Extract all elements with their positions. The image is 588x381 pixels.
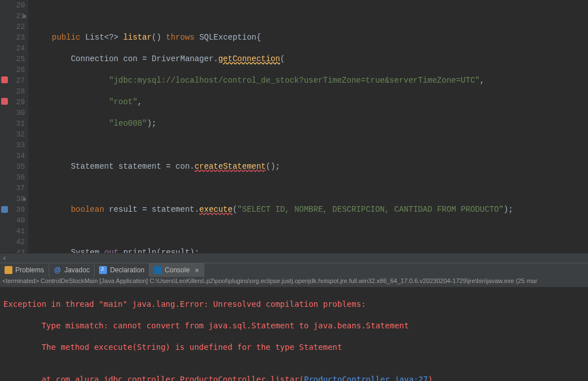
line-gutter: 20 21 22 23 24 25 26 27 28 29 30 31 32 3…	[0, 0, 28, 253]
line-number: 34	[0, 151, 25, 161]
line-number[interactable]: 27	[0, 75, 25, 86]
stacktrace-link[interactable]: ProductoController.java:27	[304, 375, 428, 381]
console-line: Exception in thread "main" java.lang.Err…	[3, 299, 585, 310]
tab-console[interactable]: Console ×	[149, 263, 204, 277]
run-status-text: <terminated> ControlDeStockMain [Java Ap…	[2, 277, 537, 284]
tab-label: Console	[165, 266, 190, 274]
line-number: 21	[0, 11, 25, 22]
tab-javadoc[interactable]: @ Javadoc	[49, 263, 95, 277]
at-icon: @	[54, 266, 62, 274]
scroll-left-icon[interactable]: ‹	[0, 254, 9, 263]
console-icon	[154, 266, 162, 274]
console-line: Type mismatch: cannot convert from java.…	[3, 320, 585, 331]
line-number: 40	[0, 215, 25, 226]
console-output[interactable]: Exception in thread "main" java.lang.Err…	[0, 287, 588, 381]
bottom-tabbar: Problems @ Javadoc Declaration Console ×	[0, 263, 588, 277]
tab-label: Problems	[15, 266, 44, 274]
tab-declaration[interactable]: Declaration	[95, 263, 149, 277]
tab-problems[interactable]: Problems	[0, 263, 49, 277]
error-icon[interactable]	[1, 98, 8, 105]
line-number[interactable]: 39	[0, 204, 25, 215]
line-number: 36	[0, 172, 25, 183]
tab-label: Javadoc	[65, 266, 90, 274]
line-number: 31	[0, 118, 25, 129]
line-number: 25	[0, 54, 25, 65]
todo-icon[interactable]	[1, 206, 8, 213]
console-line: The method excecute(String) is undefined…	[3, 342, 585, 353]
console-line: at com.alura.jdbc.controller.ProductoCon…	[3, 374, 585, 381]
line-number: 32	[0, 129, 25, 140]
error-icon[interactable]	[1, 76, 8, 83]
line-number: 28	[0, 86, 25, 97]
code-editor[interactable]: public List<?> listar() throws SQLExcept…	[28, 0, 588, 253]
close-icon[interactable]: ×	[195, 266, 199, 275]
run-status-bar: <terminated> ControlDeStockMain [Java Ap…	[0, 277, 588, 287]
line-number: 38	[0, 194, 25, 204]
line-number: 37	[0, 183, 25, 194]
line-number: 26	[0, 65, 25, 75]
line-number[interactable]: 29	[0, 97, 25, 108]
line-number: 20	[0, 0, 25, 11]
java-icon	[99, 266, 107, 274]
line-number: 24	[0, 43, 25, 54]
editor-area: 20 21 22 23 24 25 26 27 28 29 30 31 32 3…	[0, 0, 588, 253]
alert-icon	[5, 266, 12, 274]
line-number: 35	[0, 161, 25, 172]
tab-label: Declaration	[110, 266, 144, 274]
line-number: 30	[0, 108, 25, 118]
line-number: 22	[0, 22, 25, 32]
line-number: 42	[0, 237, 25, 247]
horizontal-scrollbar[interactable]: ‹	[0, 253, 588, 263]
line-number: 23	[0, 32, 25, 43]
line-number: 33	[0, 140, 25, 151]
line-number: 43	[0, 247, 25, 253]
line-number: 41	[0, 226, 25, 237]
